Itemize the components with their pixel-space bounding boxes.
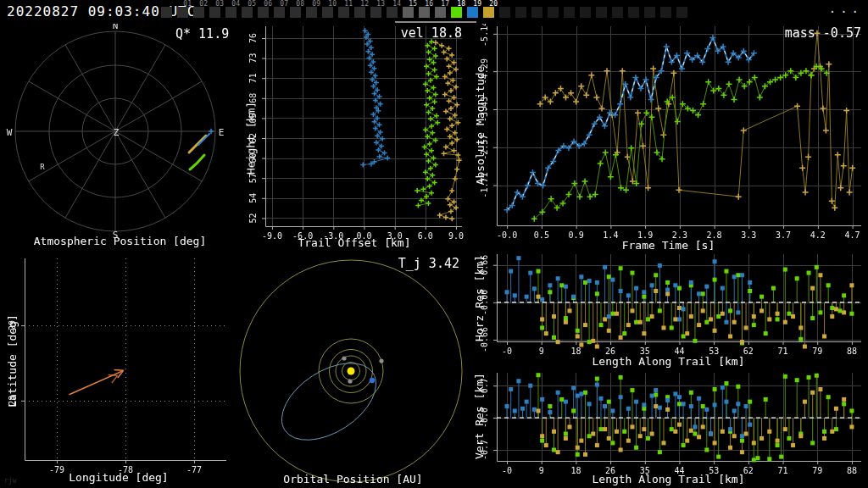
- station-cell-blank[interactable]: [628, 0, 644, 24]
- station-state-swatch: [515, 7, 526, 18]
- station-state-swatch: [628, 7, 639, 18]
- station-cell-09[interactable]: 09: [306, 0, 322, 24]
- station-cell-blank[interactable]: [161, 0, 177, 24]
- station-state-swatch: [274, 7, 285, 18]
- station-state-swatch: [451, 7, 462, 18]
- station-cell-blank[interactable]: [515, 0, 531, 24]
- station-cell-18[interactable]: 18: [451, 0, 467, 24]
- orbital-position-plot: [237, 250, 469, 488]
- station-cell-blank[interactable]: [499, 0, 515, 24]
- vertical-residuals-plot: [469, 370, 868, 488]
- station-cell-08[interactable]: 08: [290, 0, 306, 24]
- station-state-swatch: [548, 7, 559, 18]
- station-cell-03[interactable]: 03: [209, 0, 225, 24]
- station-state-swatch: [580, 7, 591, 18]
- station-cell-13[interactable]: 13: [370, 0, 387, 24]
- station-cell-19[interactable]: 19: [467, 0, 483, 24]
- station-cell-11[interactable]: 11: [338, 0, 354, 24]
- station-state-swatch: [193, 7, 204, 18]
- station-cell-12[interactable]: 12: [354, 0, 370, 24]
- station-state-swatch: [467, 7, 478, 18]
- station-state-swatch: [370, 7, 381, 18]
- atmospheric-position-plot: [0, 24, 240, 250]
- station-cell-04[interactable]: 04: [225, 0, 242, 24]
- meteor-analysis-dashboard: { "header": { "timestamp": "20220827 09:…: [0, 0, 868, 488]
- station-state-swatch: [564, 7, 575, 18]
- overflow-menu-icon[interactable]: ...: [829, 2, 863, 15]
- station-cell-blank[interactable]: [660, 0, 676, 24]
- trail-offset-plot: [240, 24, 469, 250]
- station-cell-06[interactable]: 06: [258, 0, 274, 24]
- station-state-swatch: [242, 7, 253, 18]
- station-state-swatch: [290, 7, 301, 18]
- horizontal-residuals-plot: [469, 250, 868, 370]
- station-cell-blank[interactable]: [564, 0, 580, 24]
- station-state-swatch: [177, 7, 188, 18]
- station-cell-17[interactable]: 17: [435, 0, 451, 24]
- ground-track-map-plot: [0, 250, 237, 488]
- station-state-swatch: [403, 7, 414, 18]
- station-state-swatch: [644, 7, 655, 18]
- station-state-swatch: [338, 7, 349, 18]
- station-cell-blank[interactable]: [676, 0, 693, 24]
- station-state-swatch: [306, 7, 317, 18]
- station-cell-15[interactable]: 15: [403, 0, 419, 24]
- station-cell-16[interactable]: 16: [419, 0, 435, 24]
- station-cell-05[interactable]: 05: [242, 0, 258, 24]
- station-cell-01[interactable]: 01: [177, 0, 193, 24]
- station-state-swatch: [258, 7, 269, 18]
- station-state-swatch: [354, 7, 365, 18]
- station-cell-10[interactable]: 10: [322, 0, 338, 24]
- station-state-swatch: [419, 7, 430, 18]
- station-state-swatch: [676, 7, 687, 18]
- station-cell-blank[interactable]: [596, 0, 612, 24]
- station-state-swatch: [161, 7, 172, 18]
- station-cell-blank[interactable]: [531, 0, 548, 24]
- absolute-magnitude-plot: [469, 24, 868, 250]
- station-cell-blank[interactable]: [644, 0, 660, 24]
- station-state-swatch: [225, 7, 236, 18]
- station-state-swatch: [483, 7, 494, 18]
- top-status-bar: 20220827 09:03:40 UTC 010203040506070809…: [0, 0, 868, 24]
- station-cell-20[interactable]: 20: [483, 0, 499, 24]
- station-state-swatch: [435, 7, 446, 18]
- station-state-swatch: [596, 7, 607, 18]
- station-state-swatch: [612, 7, 623, 18]
- station-bar-highlight-underline: [395, 21, 476, 23]
- watermark-text: rjw: [4, 477, 16, 485]
- station-cell-blank[interactable]: [580, 0, 596, 24]
- station-cell-02[interactable]: 02: [193, 0, 209, 24]
- station-cell-blank[interactable]: [612, 0, 628, 24]
- station-state-swatch: [209, 7, 220, 18]
- station-state-swatch: [322, 7, 333, 18]
- station-bar-cells: 0102030405060708091011121314151617181920: [161, 0, 693, 24]
- station-state-swatch: [531, 7, 542, 18]
- station-state-swatch: [660, 7, 671, 18]
- station-cell-07[interactable]: 07: [274, 0, 290, 24]
- station-state-swatch: [387, 7, 398, 18]
- station-state-swatch: [499, 7, 510, 18]
- station-cell-blank[interactable]: [548, 0, 564, 24]
- station-cell-14[interactable]: 14: [387, 0, 403, 24]
